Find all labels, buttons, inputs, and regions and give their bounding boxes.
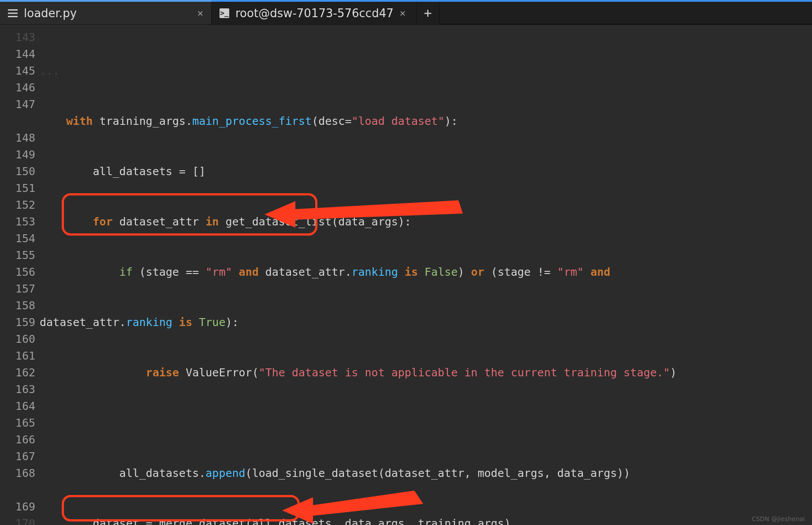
code-line-149 [40,415,812,431]
watermark: CSDN @jieshenai [752,515,805,522]
tab-terminal[interactable]: >_ root@dsw-70173-576ccd47 ✕ [212,2,417,24]
code-line-147-wrap: dataset_attr.ranking is True): [40,314,812,331]
code-editor[interactable]: 143 144 145 146 147 148 149 150 151 152 … [0,25,812,525]
tab-bar: loader.py ✕ >_ root@dsw-70173-576ccd47 ✕… [0,2,812,25]
tab-loader-py[interactable]: loader.py ✕ [0,2,212,24]
line-number-gutter: 143 144 145 146 147 148 149 150 151 152 … [0,25,40,525]
code-line-151: dataset = merge_dataset(all_datasets, da… [40,515,812,525]
tab-label: loader.py [24,7,77,20]
code-line-144: with training_args.main_process_first(de… [40,113,812,130]
add-tab-button[interactable]: + [417,2,440,24]
close-icon[interactable]: ✕ [400,8,406,19]
tab-label: root@dsw-70173-576ccd47 [235,7,394,20]
code-line-150: all_datasets.append(load_single_dataset(… [40,465,812,482]
hamburger-icon [8,9,18,17]
code-line-145: all_datasets = [] [40,163,812,180]
code-line-146: for dataset_attr in get_dataset_list(dat… [40,214,812,230]
terminal-icon: >_ [220,8,229,18]
code-content[interactable]: ... with training_args.main_process_firs… [40,25,812,525]
close-icon[interactable]: ✕ [197,8,203,19]
code-line-148: raise ValueError("The dataset is not app… [40,364,812,381]
code-line-147: if (stage == "rm" and dataset_attr.ranki… [40,264,812,281]
